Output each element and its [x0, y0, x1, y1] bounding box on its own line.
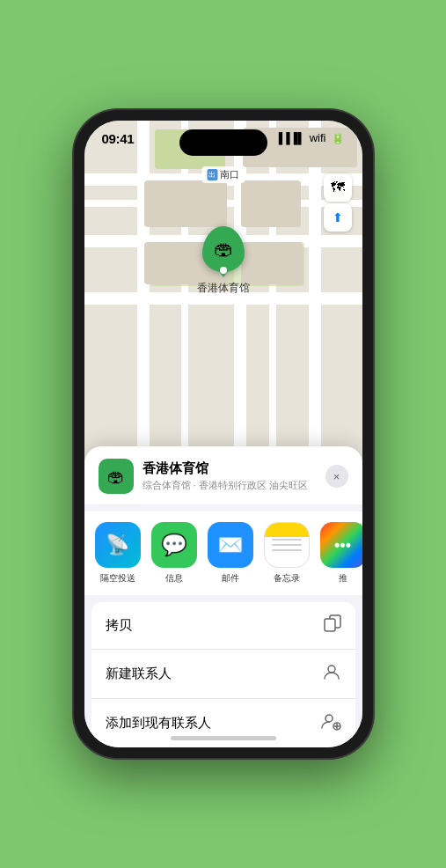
add-contact-icon	[320, 711, 341, 735]
copy-label: 拷贝	[106, 617, 132, 634]
more-icon: •••	[320, 522, 362, 568]
notes-lines	[272, 539, 302, 551]
map-controls: 🗺 ⬆	[324, 173, 352, 232]
stadium-label: 香港体育馆	[197, 281, 250, 296]
map-type-icon: 🗺	[331, 180, 345, 195]
map-label: 出 南口	[201, 166, 245, 183]
stadium-marker[interactable]: 🏟 香港体育馆	[197, 226, 250, 296]
location-stadium-icon: 🏟	[107, 467, 125, 487]
svg-point-2	[328, 666, 335, 673]
message-label: 信息	[165, 572, 183, 585]
location-header: 🏟 香港体育馆 综合体育馆 · 香港特别行政区 油尖旺区 ×	[84, 446, 362, 504]
battery-icon: 🔋	[331, 131, 345, 144]
share-item-notes[interactable]: 备忘录	[264, 522, 310, 585]
stadium-icon: 🏟	[214, 238, 233, 261]
airdrop-icon: 📡	[95, 522, 141, 568]
share-row: 📡 隔空投送 💬 信息 ✉️ 邮件	[84, 511, 362, 595]
close-icon: ×	[333, 470, 340, 483]
wifi-icon: wifi	[310, 131, 326, 144]
location-info: 香港体育馆 综合体育馆 · 香港特别行政区 油尖旺区	[143, 460, 317, 492]
location-arrow-icon: ⬆	[333, 210, 343, 224]
svg-point-3	[325, 715, 333, 722]
action-new-contact[interactable]: 新建联系人	[91, 650, 355, 699]
action-list: 拷贝 新建联系人	[84, 602, 362, 747]
location-icon: 🏟	[99, 459, 134, 494]
svg-rect-1	[325, 619, 335, 631]
add-contact-label: 添加到现有联系人	[106, 715, 211, 732]
notes-label: 备忘录	[274, 572, 300, 585]
notes-top	[265, 523, 309, 537]
more-label: 推	[339, 572, 347, 585]
share-item-more[interactable]: ••• 推	[320, 522, 362, 585]
phone-screen: 09:41 ▐▐▐▌ wifi 🔋	[84, 121, 362, 747]
notes-line-2	[272, 544, 302, 546]
action-copy[interactable]: 拷贝	[91, 602, 355, 650]
notes-line-3	[272, 549, 302, 551]
notes-icon	[264, 522, 310, 568]
message-icon: 💬	[151, 522, 197, 568]
dynamic-island	[179, 129, 267, 156]
map-area: 出 南口 🏟 香港体育馆 🗺 ⬆	[84, 121, 362, 466]
map-type-button[interactable]: 🗺	[324, 173, 352, 202]
new-contact-label: 新建联系人	[106, 666, 172, 682]
copy-icon	[324, 614, 341, 636]
phone-frame: 09:41 ▐▐▐▌ wifi 🔋	[74, 110, 373, 758]
close-button[interactable]: ×	[325, 465, 348, 488]
mail-label: 邮件	[222, 572, 239, 585]
notes-line-1	[272, 539, 302, 541]
mail-icon: ✉️	[208, 522, 253, 568]
marker-dot	[220, 267, 227, 274]
location-subtitle: 综合体育馆 · 香港特别行政区 油尖旺区	[143, 479, 317, 492]
share-item-message[interactable]: 💬 信息	[151, 522, 197, 585]
status-icons: ▐▐▐▌ wifi 🔋	[275, 131, 345, 144]
bottom-sheet: 🏟 香港体育馆 综合体育馆 · 香港特别行政区 油尖旺区 × 📡 隔空投送	[84, 446, 362, 747]
new-contact-icon	[322, 662, 341, 686]
location-name: 香港体育馆	[143, 460, 317, 477]
home-indicator	[171, 736, 276, 740]
airdrop-label: 隔空投送	[100, 572, 135, 585]
location-button[interactable]: ⬆	[324, 203, 352, 232]
status-time: 09:41	[102, 131, 135, 146]
share-item-airdrop[interactable]: 📡 隔空投送	[95, 522, 141, 585]
marker-pin: 🏟	[202, 226, 245, 272]
map-label-icon: 出	[207, 169, 217, 180]
share-item-mail[interactable]: ✉️ 邮件	[208, 522, 253, 585]
signal-icon: ▐▐▐▌	[275, 132, 305, 144]
map-label-text: 南口	[220, 168, 239, 181]
